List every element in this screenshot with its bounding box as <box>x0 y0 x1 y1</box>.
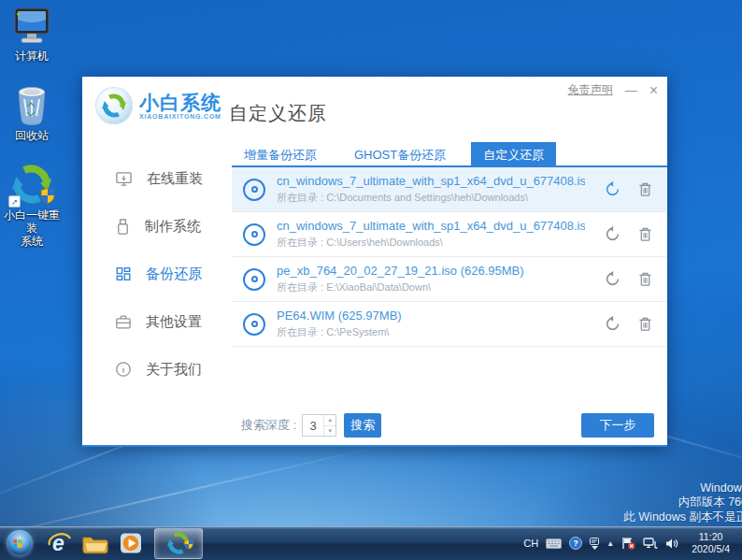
sidebar-item-label: 备份还原 <box>146 266 202 283</box>
sidebar-item-other-settings[interactable]: 其他设置 <box>82 311 232 332</box>
delete-icon[interactable] <box>638 181 652 197</box>
ime-help-icon[interactable]: ? <box>569 537 582 550</box>
restore-icon[interactable] <box>605 181 621 197</box>
delete-icon[interactable] <box>638 226 652 242</box>
window-controls: 免责声明 — × <box>568 82 658 98</box>
file-name-link[interactable]: cn_windows_7_ultimate_with_sp1_x64_dvd_u… <box>277 174 585 188</box>
search-depth-value: 3 <box>303 415 323 436</box>
desktop-icon-label: 小白一键重装 系统 <box>2 208 62 248</box>
desktop-icon-computer[interactable]: 计算机 <box>2 4 62 63</box>
desktop-icon-label: 计算机 <box>15 50 49 63</box>
monitor-download-icon <box>115 170 133 188</box>
app-name: 小白系统 <box>139 93 221 113</box>
clock-date: 2020/5/4 <box>692 543 730 555</box>
file-path: 所在目录 : C:\Documents and Settings\heh\Dow… <box>277 191 605 205</box>
recycle-bin-icon <box>14 83 50 126</box>
file-path: 所在目录 : E:\XiaoBai\Data\Down\ <box>277 280 605 294</box>
file-path: 所在目录 : C:\PeSystem\ <box>277 325 605 339</box>
media-player-icon <box>119 531 143 555</box>
taskbar-item-media-player[interactable] <box>113 526 149 560</box>
page-title: 自定义还原 <box>229 101 327 126</box>
disc-icon <box>243 313 265 336</box>
app-domain: XIAOBAIXITONG.COM <box>139 113 221 120</box>
tab-ghost-backup-restore[interactable]: GHOST备份还原 <box>342 142 458 165</box>
image-file-list: cn_windows_7_ultimate_with_sp1_x64_dvd_u… <box>232 167 667 347</box>
desktop-icon-xiaobai[interactable]: ➚ 小白一键重装 系统 <box>2 163 62 248</box>
stepper-up-icon[interactable]: ▲ <box>324 415 335 426</box>
desktop-icon-label: 回收站 <box>15 129 49 142</box>
desktop-icon-recycle-bin[interactable]: 回收站 <box>2 83 62 142</box>
svg-text:?: ? <box>573 538 578 548</box>
watermark-line: Windows <box>623 481 742 496</box>
sidebar-item-make-system[interactable]: 制作系统 <box>82 216 232 237</box>
file-name-link[interactable]: cn_windows_7_ultimate_with_sp1_x64_dvd_u… <box>277 219 585 233</box>
sidebar-item-about-us[interactable]: 关于我们 <box>82 359 232 380</box>
shortcut-arrow-icon: ➚ <box>8 195 21 208</box>
uac-shield-icon <box>184 537 193 553</box>
desktop-icon-column: 计算机 回收站 <box>2 4 62 268</box>
stepper-down-icon[interactable]: ▼ <box>324 426 335 437</box>
sidebar-item-label: 其他设置 <box>146 313 202 331</box>
disc-icon <box>243 268 265 291</box>
delete-icon[interactable] <box>638 271 652 287</box>
volume-icon[interactable] <box>665 538 679 550</box>
computer-icon <box>11 4 52 47</box>
usb-drive-icon <box>115 218 131 236</box>
watermark-line: 此 Windows 副本不是正 <box>623 510 742 525</box>
restore-icon[interactable] <box>605 271 621 287</box>
file-path: 所在目录 : C:\Users\heh\Downloads\ <box>277 236 605 250</box>
language-bar-options-icon[interactable] <box>590 538 599 550</box>
clock-time: 11:20 <box>699 531 723 543</box>
show-hidden-icons-icon[interactable]: ▲ <box>606 539 614 548</box>
system-tray: CH ? ▲ <box>523 526 742 560</box>
tab-custom-restore[interactable]: 自定义还原 <box>471 142 556 165</box>
app-logo: 小白系统 XIAOBAIXITONG.COM <box>95 87 221 124</box>
action-center-flag-icon[interactable] <box>621 537 635 550</box>
minimize-button[interactable]: — <box>625 86 637 95</box>
search-depth-stepper[interactable]: 3 ▲ ▼ <box>302 414 336 437</box>
xiaobai-arrows-icon <box>95 87 133 124</box>
start-button[interactable] <box>7 530 33 556</box>
restore-icon[interactable] <box>605 226 621 242</box>
sidebar-item-label: 在线重装 <box>147 170 203 188</box>
tab-bar: 增量备份还原 GHOST备份还原 自定义还原 <box>232 142 667 167</box>
taskbar-clock[interactable]: 11:20 2020/5/4 <box>687 531 735 555</box>
taskbar-item-explorer[interactable] <box>78 526 113 560</box>
footer-bar: 搜索深度 : 3 ▲ ▼ 搜索 下一步 <box>241 413 654 438</box>
close-button[interactable]: × <box>649 85 658 96</box>
activation-watermark: Windows 内部版本 760 此 Windows 副本不是正 <box>623 481 742 525</box>
language-indicator[interactable]: CH <box>523 538 538 549</box>
disc-icon <box>243 179 265 201</box>
list-item[interactable]: pe_xb_764_20_02_27_19_21.iso (626.95MB) … <box>232 257 667 302</box>
network-icon[interactable] <box>643 538 658 550</box>
windows-flag-icon <box>13 538 26 550</box>
desktop: 计算机 回收站 <box>0 0 742 560</box>
keyboard-icon[interactable] <box>546 538 562 549</box>
taskbar: e <box>0 526 742 560</box>
explorer-folder-icon <box>81 532 109 555</box>
delete-icon[interactable] <box>638 316 652 332</box>
sidebar-item-label: 关于我们 <box>146 361 202 379</box>
watermark-line: 内部版本 760 <box>623 495 742 510</box>
info-icon <box>115 361 132 378</box>
list-item[interactable]: cn_windows_7_ultimate_with_sp1_x64_dvd_u… <box>232 212 667 257</box>
taskbar-item-xiaobai-active[interactable] <box>154 528 203 559</box>
file-name-link[interactable]: pe_xb_764_20_02_27_19_21.iso (626.95MB) <box>277 264 585 278</box>
sidebar-item-online-reinstall[interactable]: 在线重装 <box>82 168 232 189</box>
disc-icon <box>243 223 265 246</box>
disclaimer-link[interactable]: 免责声明 <box>568 82 613 98</box>
list-item[interactable]: PE64.WIM (625.97MB) 所在目录 : C:\PeSystem\ <box>232 302 667 347</box>
list-item[interactable]: cn_windows_7_ultimate_with_sp1_x64_dvd_u… <box>232 167 667 212</box>
tab-incremental-backup-restore[interactable]: 增量备份还原 <box>232 142 329 165</box>
app-logo-text: 小白系统 XIAOBAIXITONG.COM <box>139 93 221 120</box>
sidebar: 在线重装 制作系统 备份还原 其他设置 关于我们 <box>82 136 232 445</box>
content-area: 增量备份还原 GHOST备份还原 自定义还原 cn_windows_7_ulti… <box>232 136 667 445</box>
xiaobai-arrows-icon: ➚ <box>10 163 53 206</box>
taskbar-item-ie[interactable]: e <box>42 526 78 560</box>
next-step-button[interactable]: 下一步 <box>581 413 654 438</box>
search-button[interactable]: 搜索 <box>344 413 381 438</box>
sidebar-item-backup-restore[interactable]: 备份还原 <box>82 264 232 284</box>
search-depth-label: 搜索深度 : <box>241 417 296 434</box>
restore-icon[interactable] <box>605 316 621 332</box>
file-name-link[interactable]: PE64.WIM (625.97MB) <box>277 309 585 323</box>
